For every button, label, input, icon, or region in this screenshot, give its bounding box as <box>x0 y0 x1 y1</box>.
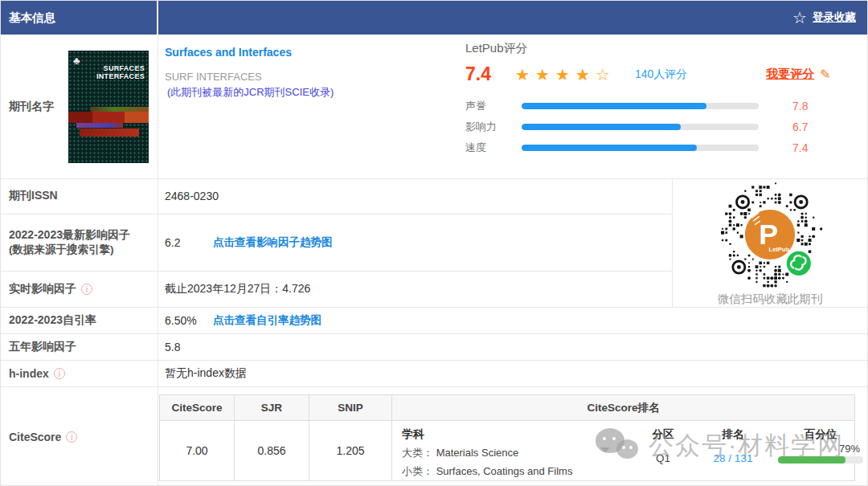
rate-button[interactable]: 我要评分 <box>766 67 814 82</box>
cover-title-text: SURFACES INTERFACES <box>96 64 145 82</box>
bar-value: 7.4 <box>792 141 808 154</box>
five-year-if-value: 5.8 <box>158 334 867 360</box>
issn-row: 期刊ISSN 2468-0230 <box>1 179 672 214</box>
qr-position-marker <box>733 261 745 273</box>
svg-text:LetPub: LetPub <box>769 246 790 253</box>
issn-label: 期刊ISSN <box>1 179 158 214</box>
qr-code: P LetPub <box>714 182 826 288</box>
sjr-value: 0.856 <box>235 421 309 480</box>
rating-section-title: LetPub评分 <box>465 41 859 56</box>
votes-count-link[interactable]: 140人评分 <box>635 67 687 82</box>
quartile-value: Q1 <box>635 452 691 464</box>
cover-art-stripe <box>76 123 123 128</box>
cover-art-band <box>68 112 149 123</box>
issn-value: 2468-0230 <box>158 179 672 214</box>
impact-factor-trend-link[interactable]: 点击查看影响因子趋势图 <box>213 235 333 250</box>
percentile-track <box>778 456 863 464</box>
wechat-qr-cell: P LetPub 微信扫码收藏此期刊 <box>672 179 867 307</box>
bar-fill <box>522 145 697 151</box>
journal-title-link[interactable]: Surfaces and Interfaces <box>165 46 334 59</box>
journal-name-label: 期刊名字 <box>9 100 54 114</box>
letpub-rating-panel: LetPub评分 7.4 ★★★★☆☆ 140人评分 我要评分 ✎ 声誉 7.8 <box>465 41 859 158</box>
rating-score: 7.4 <box>465 63 491 85</box>
journal-cover-image: ♣ SURFACES INTERFACES <box>68 51 149 163</box>
bar-track <box>522 124 759 130</box>
citescore-table: CiteScore SJR SNIP CiteScore排名 7.00 0.85… <box>159 394 855 481</box>
login-favorite-label: 登录收藏 <box>813 10 856 25</box>
bar-track <box>522 145 759 151</box>
self-citation-row: 2022-2023自引率 6.50% 点击查看自引率趋势图 <box>1 308 867 334</box>
col-header-snip: SNIP <box>309 395 392 420</box>
citescore-content: CiteScore SJR SNIP CiteScore排名 7.00 0.85… <box>158 387 867 486</box>
h-index-value: 暂无h-index数据 <box>158 361 867 386</box>
quartile-column: 分区 Q1 <box>635 427 691 464</box>
rating-bar-row: 速度 7.4 <box>465 137 859 158</box>
subject-title: 学科 <box>402 427 635 442</box>
self-citation-label: 2022-2023自引率 <box>1 308 158 333</box>
pencil-icon: ✎ <box>820 67 830 82</box>
qr-caption: 微信扫码收藏此期刊 <box>718 292 823 307</box>
middle-rows-wrap: 期刊ISSN 2468-0230 2022-2023最新影响因子 (数据来源于搜… <box>1 179 867 308</box>
wechat-miniprogram-icon <box>786 251 812 276</box>
impact-factor-value: 6.2 <box>165 236 213 249</box>
citescore-label: CiteScore i <box>1 387 158 486</box>
header-bar: 基本信息 ☆ 登录收藏 <box>1 1 867 35</box>
col-header-citescore: CiteScore <box>160 395 235 420</box>
minor-category-value: Surfaces, Coatings and Films <box>436 465 573 477</box>
info-icon[interactable]: i <box>81 284 92 295</box>
cover-art-band <box>80 129 139 137</box>
realtime-if-row: 实时影响因子 i 截止2023年12月27日：4.726 <box>1 272 672 307</box>
snip-value: 1.205 <box>309 421 392 480</box>
qr-position-marker <box>795 196 807 208</box>
minor-category-label: 小类： <box>402 465 433 477</box>
journal-name-content-cell: Surfaces and Interfaces SURF INTERFACES … <box>158 35 867 178</box>
bar-label: 影响力 <box>465 120 522 134</box>
subject-block: 学科 大类： Materials Science 小类： Surfaces, C… <box>402 427 635 479</box>
self-citation-content: 6.50% 点击查看自引率趋势图 <box>158 308 867 333</box>
percentile-text: 79% <box>778 443 863 455</box>
bar-label: 速度 <box>465 141 522 155</box>
percentile-fill <box>778 456 845 464</box>
rank-column: 排名 28 / 131 <box>698 427 768 464</box>
bar-label: 声誉 <box>465 99 522 113</box>
journal-name-row: 期刊名字 ♣ SURFACES INTERFACES Surfaces and … <box>1 35 867 179</box>
star-icon: ☆ <box>792 10 807 26</box>
bar-fill <box>522 103 706 109</box>
journal-name-label-cell: 期刊名字 ♣ SURFACES INTERFACES <box>1 35 158 178</box>
realtime-if-value: 截止2023年12月27日：4.726 <box>158 272 672 307</box>
publisher-logo-icon: ♣ <box>73 55 80 67</box>
bar-track <box>522 103 759 109</box>
bar-value: 6.7 <box>792 120 808 133</box>
citescore-row: CiteScore i CiteScore SJR SNIP CiteScore… <box>1 387 867 486</box>
realtime-if-label: 实时影响因子 i <box>1 272 158 307</box>
login-favorite-link[interactable]: ☆ 登录收藏 <box>792 10 867 26</box>
qr-position-marker <box>737 196 749 208</box>
major-category-value: Materials Science <box>436 447 519 459</box>
impact-factor-label: 2022-2023最新影响因子 (数据来源于搜索引擎) <box>1 214 158 272</box>
scie-indexed-note: (此期刊被最新的JCR期刊SCIE收录) <box>165 85 334 100</box>
percentile-column: 百分位 79% <box>778 427 863 464</box>
letpub-logo: P LetPub <box>745 210 795 259</box>
five-year-if-row: 五年影响因子 5.8 <box>1 334 867 361</box>
self-citation-trend-link[interactable]: 点击查看自引率趋势图 <box>213 313 321 328</box>
rating-bar-row: 影响力 6.7 <box>465 116 859 137</box>
five-year-if-label: 五年影响因子 <box>1 334 158 360</box>
rank-value-link[interactable]: 28 / 131 <box>698 452 768 464</box>
info-icon[interactable]: i <box>66 431 77 443</box>
star-rating: ★★★★☆☆ <box>515 67 616 83</box>
self-citation-value: 6.50% <box>165 314 213 327</box>
major-category-label: 大类： <box>402 447 433 459</box>
journal-abbreviation: SURF INTERFACES <box>165 71 334 83</box>
info-icon[interactable]: i <box>54 368 65 379</box>
impact-factor-row: 2022-2023最新影响因子 (数据来源于搜索引擎) 6.2 点击查看影响因子… <box>1 214 672 272</box>
h-index-label: h-index i <box>1 361 158 386</box>
page-title: 基本信息 <box>1 1 158 35</box>
col-header-sjr: SJR <box>235 395 309 420</box>
citescore-value: 7.00 <box>160 421 235 480</box>
bar-value: 7.8 <box>792 100 808 112</box>
rating-bar-row: 声誉 7.8 <box>465 96 859 116</box>
journal-info-page: 基本信息 ☆ 登录收藏 期刊名字 ♣ SURFACES INTERFACES <box>0 0 868 486</box>
impact-factor-content: 6.2 点击查看影响因子趋势图 <box>158 214 672 272</box>
rating-bars: 声誉 7.8 影响力 6.7 速度 7.4 <box>465 96 859 158</box>
h-index-row: h-index i 暂无h-index数据 <box>1 361 867 387</box>
